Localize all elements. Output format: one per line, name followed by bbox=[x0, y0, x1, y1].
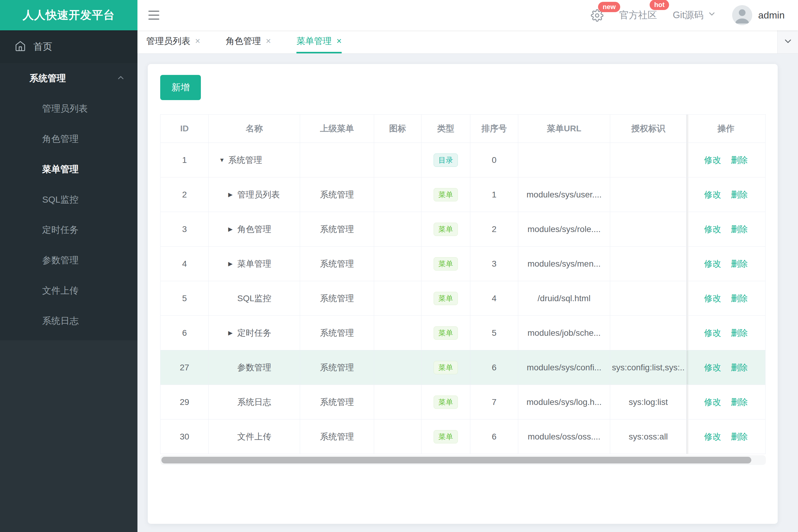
cell-actions: 修改删除 bbox=[687, 247, 765, 281]
cell-type: 菜单 bbox=[422, 177, 470, 212]
menu-name-text: SQL监控 bbox=[237, 293, 271, 304]
expand-arrow-icon[interactable]: ▼ bbox=[219, 157, 228, 164]
app-header: 人人快速开发平台 new 官方社区 hot Git源码 bbox=[0, 0, 798, 30]
close-icon[interactable]: × bbox=[336, 36, 342, 46]
tab-admin-list[interactable]: 管理员列表 × bbox=[146, 30, 200, 53]
collapse-arrow-icon[interactable]: ▶ bbox=[228, 329, 237, 336]
tab-bar: 管理员列表 × 角色管理 × 菜单管理 × bbox=[137, 30, 798, 54]
user-menu[interactable]: admin bbox=[732, 5, 785, 25]
menu-name-text: 文件上传 bbox=[237, 431, 271, 442]
close-icon[interactable]: × bbox=[266, 36, 271, 46]
sidebar-item-home[interactable]: 首页 bbox=[0, 30, 137, 63]
cell-menu-url: modules/sys/role.... bbox=[518, 212, 610, 247]
username: admin bbox=[758, 10, 785, 21]
cell-id: 5 bbox=[161, 281, 209, 316]
cell-name: ▼系统管理 bbox=[209, 143, 300, 177]
cell-order: 5 bbox=[470, 316, 518, 350]
scrollbar-thumb[interactable] bbox=[162, 457, 751, 463]
sidebar-home-label: 首页 bbox=[33, 40, 52, 53]
sidebar-item[interactable]: 管理员列表 bbox=[0, 93, 137, 124]
delete-link[interactable]: 删除 bbox=[731, 258, 748, 270]
tab-label: 菜单管理 bbox=[296, 35, 332, 47]
settings-button[interactable]: new bbox=[591, 7, 604, 23]
delete-link[interactable]: 删除 bbox=[731, 431, 748, 442]
git-source-menu[interactable]: Git源码 bbox=[673, 9, 717, 21]
cell-name: ▶定时任务 bbox=[209, 316, 300, 350]
sidebar-item[interactable]: 文件上传 bbox=[0, 276, 137, 306]
edit-link[interactable]: 修改 bbox=[704, 327, 721, 339]
cell-icon bbox=[374, 143, 422, 177]
edit-link[interactable]: 修改 bbox=[704, 431, 721, 442]
delete-link[interactable]: 删除 bbox=[731, 396, 748, 408]
header-right: new 官方社区 hot Git源码 bbox=[591, 5, 785, 25]
delete-link[interactable]: 删除 bbox=[731, 362, 748, 373]
delete-link[interactable]: 删除 bbox=[731, 224, 748, 235]
delete-link[interactable]: 删除 bbox=[731, 189, 748, 201]
type-tag: 目录 bbox=[433, 153, 458, 167]
cell-parent-menu: 系统管理 bbox=[300, 281, 374, 316]
horizontal-scrollbar bbox=[160, 455, 766, 465]
cell-permission bbox=[610, 281, 687, 316]
sidebar-item[interactable]: 定时任务 bbox=[0, 215, 137, 245]
menu-name-text: 角色管理 bbox=[237, 224, 271, 235]
menu-name-text: 管理员列表 bbox=[237, 189, 280, 201]
edit-link[interactable]: 修改 bbox=[704, 362, 721, 373]
sidebar-item[interactable]: 系统日志 bbox=[0, 306, 137, 336]
column-header: ID bbox=[161, 115, 209, 143]
menu-name-text: 系统管理 bbox=[228, 154, 262, 166]
cell-id: 27 bbox=[161, 350, 209, 385]
cell-order: 0 bbox=[470, 143, 518, 177]
cell-menu-url: modules/oss/oss.... bbox=[518, 419, 610, 454]
delete-link[interactable]: 删除 bbox=[731, 327, 748, 339]
tab-role-mgmt[interactable]: 角色管理 × bbox=[226, 30, 271, 53]
header-main: new 官方社区 hot Git源码 bbox=[137, 0, 798, 30]
close-icon[interactable]: × bbox=[195, 36, 200, 46]
cell-type: 菜单 bbox=[422, 419, 470, 454]
edit-link[interactable]: 修改 bbox=[704, 293, 721, 304]
cell-name: 文件上传 bbox=[209, 419, 300, 454]
cell-order: 3 bbox=[470, 247, 518, 281]
column-header: 排序号 bbox=[470, 115, 518, 143]
sidebar-item[interactable]: 菜单管理 bbox=[0, 154, 137, 185]
cell-order: 2 bbox=[470, 212, 518, 247]
tab-label: 角色管理 bbox=[226, 35, 261, 47]
edit-link[interactable]: 修改 bbox=[704, 396, 721, 408]
add-button[interactable]: 新增 bbox=[160, 75, 201, 100]
tab-menu-mgmt[interactable]: 菜单管理 × bbox=[296, 30, 342, 53]
delete-link[interactable]: 删除 bbox=[731, 154, 748, 166]
sidebar-toggle-button[interactable] bbox=[148, 11, 159, 20]
sidebar-item[interactable]: 角色管理 bbox=[0, 124, 137, 154]
cell-icon bbox=[374, 385, 422, 419]
edit-link[interactable]: 修改 bbox=[704, 189, 721, 201]
cell-order: 7 bbox=[470, 385, 518, 419]
collapse-arrow-icon[interactable]: ▶ bbox=[228, 260, 237, 267]
cell-name: 系统日志 bbox=[209, 385, 300, 419]
cell-permission: sys:log:list bbox=[610, 385, 687, 419]
cell-icon bbox=[374, 281, 422, 316]
community-link[interactable]: 官方社区 hot bbox=[619, 9, 657, 21]
cell-actions: 修改删除 bbox=[687, 212, 765, 247]
delete-link[interactable]: 删除 bbox=[731, 293, 748, 304]
tab-label: 管理员列表 bbox=[146, 35, 190, 47]
cell-type: 菜单 bbox=[422, 212, 470, 247]
cell-menu-url: modules/sys/user.... bbox=[518, 177, 610, 212]
collapse-arrow-icon[interactable]: ▶ bbox=[228, 191, 237, 198]
chevron-up-icon bbox=[116, 73, 125, 83]
cell-icon bbox=[374, 212, 422, 247]
edit-link[interactable]: 修改 bbox=[704, 154, 721, 166]
menu-table: ID名称上级菜单图标类型排序号菜单URL授权标识操作1▼系统管理目录0修改删除2… bbox=[160, 114, 766, 454]
cell-id: 1 bbox=[161, 143, 209, 177]
tab-overflow-button[interactable] bbox=[777, 30, 798, 53]
sidebar-item[interactable]: SQL监控 bbox=[0, 185, 137, 215]
menu-name-text: 参数管理 bbox=[237, 362, 271, 373]
cell-parent-menu: 系统管理 bbox=[300, 247, 374, 281]
collapse-arrow-icon[interactable]: ▶ bbox=[228, 226, 237, 233]
edit-link[interactable]: 修改 bbox=[704, 258, 721, 270]
sidebar-group-toggle[interactable]: 系统管理 bbox=[0, 63, 137, 93]
type-tag: 菜单 bbox=[433, 430, 458, 443]
type-tag: 菜单 bbox=[433, 292, 458, 305]
cell-icon bbox=[374, 177, 422, 212]
sidebar-item[interactable]: 参数管理 bbox=[0, 245, 137, 276]
brand-logo: 人人快速开发平台 bbox=[0, 0, 137, 30]
edit-link[interactable]: 修改 bbox=[704, 224, 721, 235]
